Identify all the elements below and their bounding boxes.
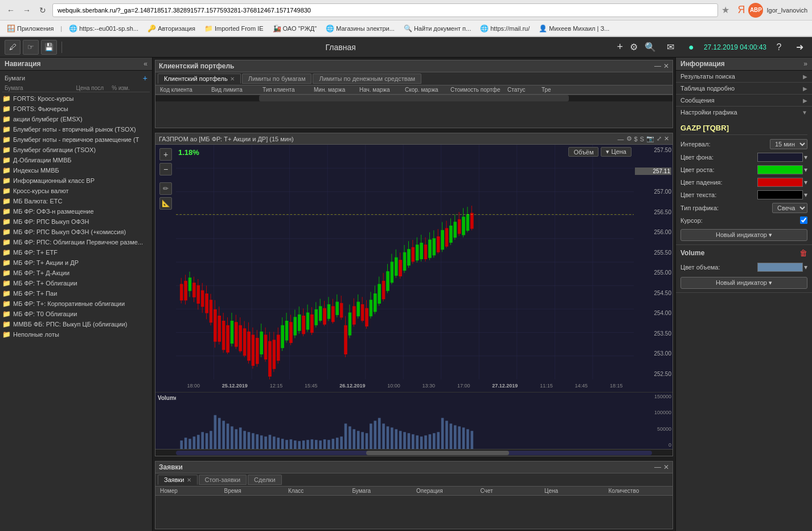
sidebar-add-button[interactable]: + <box>143 73 147 83</box>
sidebar-item-mb-t0-bonds[interactable]: 📁 МБ ФР: Т0 Облигации <box>0 309 152 319</box>
sidebar-item-mb-ofz[interactable]: 📁 МБ ФР: ОФЗ-н размещение <box>0 206 152 217</box>
vol-color-swatch[interactable] <box>757 263 803 272</box>
chart-zoom-in-button[interactable]: + <box>159 148 172 161</box>
chart-minimize-button[interactable]: — <box>618 136 624 142</box>
chart-volume-button[interactable]: Объём <box>568 147 598 157</box>
sidebar-item-mb-t-etf[interactable]: 📁 МБ ФР: Т+ ETF <box>0 247 152 258</box>
chart-price-button[interactable]: ▾ Цена <box>601 147 631 157</box>
cursor-button[interactable]: ☞ <box>23 40 39 55</box>
bookmark-auth[interactable]: 🔑 Авторизация <box>145 23 198 34</box>
chart-screenshot-button[interactable]: 📷 <box>646 135 654 142</box>
section-chart-settings-header[interactable]: Настройки графика ▼ <box>676 107 812 118</box>
sidebar-item-mb-t-pifs[interactable]: 📁 МБ ФР: Т+ Паи <box>0 288 152 299</box>
sidebar-item-bloomberg-emsx[interactable]: 📁 акции блумберг (EMSX) <box>0 114 152 124</box>
chart-pencil-button[interactable]: ✏ <box>159 182 172 195</box>
portfolio-close-button[interactable]: ✕ <box>663 62 669 70</box>
help-button[interactable]: ? <box>771 40 787 55</box>
tab-orders[interactable]: Заявки ✕ <box>158 475 198 485</box>
col-order-num: Номер <box>158 488 222 494</box>
text-color-swatch[interactable] <box>757 190 803 199</box>
add-tab-button[interactable]: + <box>617 41 623 53</box>
settings-button[interactable]: ⚙ <box>630 42 638 52</box>
chart-scrollbar[interactable] <box>155 449 672 456</box>
bookmark-mail[interactable]: 🌐 https://mail.ru/ <box>478 23 532 34</box>
orders-close-button[interactable]: ✕ <box>663 463 669 471</box>
section-table-detail-header[interactable]: Таблица подробно ▶ <box>676 83 812 94</box>
grow-color-dropdown[interactable]: ▾ <box>804 166 807 174</box>
bookmark-apps[interactable]: 🪟 Приложения <box>5 23 56 34</box>
bookmark-shop[interactable]: 🌐 Магазины электри... <box>323 23 397 34</box>
bookmark-eu001[interactable]: 🌐 https:--eu001-sp.sh... <box>67 23 141 34</box>
new-window-button[interactable]: 🖊 <box>5 40 20 55</box>
vol-color-dropdown[interactable]: ▾ <box>804 263 807 271</box>
sidebar-item-mb-corp-bonds[interactable]: 📁 МБ ФР: Т+: Корпоративные облигации <box>0 299 152 309</box>
sidebar-item-bloomberg-primary[interactable]: 📁 Блумберг ноты - первичное размещение (… <box>0 134 152 145</box>
fall-color-swatch[interactable] <box>757 178 803 187</box>
chart-close-button[interactable]: ✕ <box>664 135 669 142</box>
cursor-checkbox[interactable] <box>800 217 807 224</box>
chart-zoom-out-button[interactable]: − <box>159 163 172 175</box>
sidebar-item-mb-rps-ofzn-comm[interactable]: 📁 МБ ФР: РПС Выкуп ОФЗН (+комиссия) <box>0 227 152 237</box>
sidebar-item-bloomberg-bonds[interactable]: 📁 Блумберг облигации (TSOX) <box>0 145 152 155</box>
section-search-results-header[interactable]: Результаты поиска ▶ <box>676 71 812 82</box>
sidebar-item-partial-lots[interactable]: 📁 Неполные лоты <box>0 329 152 340</box>
forward-button[interactable]: → <box>20 4 33 17</box>
sidebar-item-mb-t-stocks[interactable]: 📁 МБ ФР: Т+ Акции и ДР <box>0 258 152 268</box>
new-indicator-button-1[interactable]: Новый индикатор ▾ <box>680 229 807 241</box>
sidebar-item-mmvb-rps[interactable]: 📁 ММВБ ФБ: РПС: Выкуп ЦБ (облигации) <box>0 319 152 329</box>
back-button[interactable]: ← <box>5 4 17 17</box>
refresh-button[interactable]: ↻ <box>36 4 49 17</box>
chart-ruler-button[interactable]: 📐 <box>159 197 172 210</box>
mail-button[interactable]: ✉ <box>663 40 679 55</box>
bg-color-swatch[interactable] <box>757 153 803 162</box>
tab-stop-orders[interactable]: Стоп-заявки <box>199 475 247 485</box>
sidebar-item-mb-ets[interactable]: 📁 МБ Валюта: ЕТС <box>0 196 152 206</box>
portfolio-minimize-button[interactable]: — <box>654 62 661 70</box>
tab-cash-limits[interactable]: Лимиты по денежным средствам <box>313 73 421 84</box>
section-messages-header[interactable]: Сообщения ▶ <box>676 95 812 106</box>
info-expand-button[interactable]: » <box>803 60 807 68</box>
sidebar-item-indexes[interactable]: 📁 Индексы ММВБ <box>0 165 152 175</box>
tab-securities-limits[interactable]: Лимиты по бумагам <box>242 73 312 84</box>
fall-color-dropdown[interactable]: ▾ <box>804 178 807 186</box>
portfolio-table-scroll[interactable]: Код клиента Вид лимита Тип клиента Мин. … <box>155 85 672 101</box>
chart-expand-button[interactable]: ⤢ <box>657 135 662 142</box>
chart-settings-icon[interactable]: ⚙ <box>626 135 632 142</box>
tab-client-portfolio-close[interactable]: ✕ <box>230 76 235 82</box>
tab-deals[interactable]: Сделки <box>248 475 282 485</box>
sidebar-item-bloomberg-tsox[interactable]: 📁 Блумберг ноты - вторичный рынок (TSOX) <box>0 124 152 134</box>
volume-delete-button[interactable]: 🗑 <box>799 248 807 258</box>
exit-button[interactable]: ➜ <box>792 40 807 55</box>
sidebar-item-info-class[interactable]: 📁 Информационный класс ВР <box>0 175 152 186</box>
sidebar-item-mb-t-d-stocks[interactable]: 📁 МБ ФР: Т+ Д-Акции <box>0 268 152 278</box>
connection-button[interactable]: ● <box>683 40 699 55</box>
star-icon[interactable]: ★ <box>721 5 729 15</box>
sidebar-item-cross-rates[interactable]: 📁 Кросс-курсы валют <box>0 186 152 196</box>
text-color-dropdown[interactable]: ▾ <box>804 191 807 199</box>
sidebar-collapse-button[interactable]: « <box>143 60 147 68</box>
bookmark-imported[interactable]: 📁 Imported From IE <box>202 23 266 34</box>
url-bar[interactable] <box>52 3 718 17</box>
sidebar-item-mb-rps-bonds[interactable]: 📁 МБ ФР: РПС: Облигации Первичное разме.… <box>0 237 152 247</box>
tab-orders-close[interactable]: ✕ <box>187 477 191 483</box>
chart-s-button[interactable]: S <box>640 136 644 142</box>
grow-color-swatch[interactable] <box>757 165 803 174</box>
sidebar-item-mb-rps-ofzn[interactable]: 📁 МБ ФР: РПС Выкуп ОФЗН <box>0 217 152 227</box>
chart-dollar-button[interactable]: $ <box>634 136 638 142</box>
sidebar-item-d-bonds[interactable]: 📁 Д-Облигации ММВБ <box>0 155 152 165</box>
orders-minimize-button[interactable]: — <box>654 463 661 471</box>
portfolio-scrollbar[interactable] <box>155 95 672 101</box>
bookmark-rzd[interactable]: 🚂 ОАО "РЖД" <box>270 23 319 34</box>
save-button[interactable]: 💾 <box>41 40 57 55</box>
tab-client-portfolio[interactable]: Клиентский портфель ✕ <box>158 73 241 84</box>
chart-type-select[interactable]: Свеча Бар Линия <box>772 203 807 213</box>
sidebar-item-forts-cross[interactable]: 📁 FORTS: Кросс-курсы <box>0 93 152 104</box>
bookmark-mikheev[interactable]: 👤 Михеев Михаил | З... <box>536 23 612 34</box>
sidebar-item-mb-t-bonds[interactable]: 📁 МБ ФР: Т+ Облигации <box>0 278 152 288</box>
new-indicator-button-2[interactable]: Новый индикатор ▾ <box>680 277 807 289</box>
sidebar-item-forts-futures[interactable]: 📁 FORTS: Фьючерсы <box>0 104 152 114</box>
bg-color-dropdown[interactable]: ▾ <box>804 153 807 161</box>
search-button[interactable]: 🔍 <box>642 40 658 55</box>
interval-select[interactable]: 15 мин 1 мин 5 мин 30 мин 1 час День <box>770 139 807 149</box>
bookmark-search[interactable]: 🔍 Найти документ п... <box>401 23 473 34</box>
